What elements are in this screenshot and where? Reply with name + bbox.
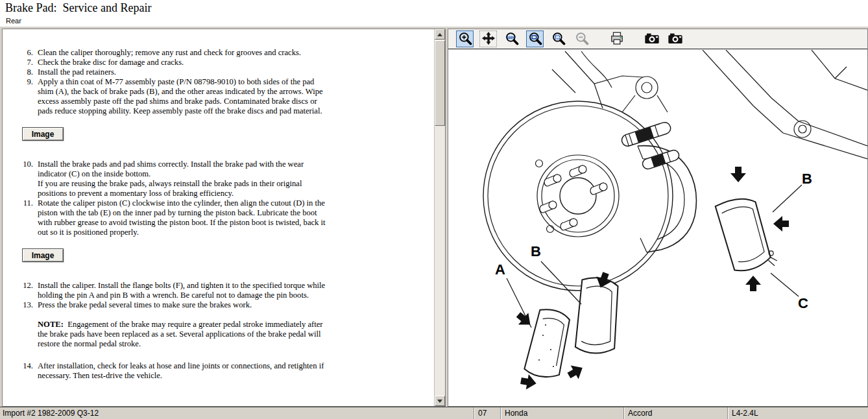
toolbar-zoom-in-button[interactable] [456, 30, 474, 47]
page-title: Brake Pad: Service and Repair [0, 0, 868, 15]
diagram-label-b-left: B [531, 243, 541, 259]
arrow-up-icon [437, 30, 442, 36]
step-text: Install the caliper. Install the flange … [38, 281, 331, 300]
step-number: 8. [22, 67, 38, 77]
graphic-viewer-panel: 100% [448, 29, 868, 407]
step-number: 6. [22, 48, 38, 58]
step-text: Apply a thin coat of M-77 assembly paste… [38, 77, 331, 116]
image-button-row: Image [22, 248, 434, 262]
zoom-fit-icon [528, 31, 542, 47]
step-text: Press the brake pedal several times to m… [38, 300, 331, 310]
image-button-row: Image [22, 127, 434, 141]
step-text: Install the brake pads and pad shims cor… [38, 160, 331, 198]
diagram-label-a: A [495, 261, 505, 278]
brake-assembly-diagram: A B B C [448, 50, 867, 407]
step-number: 10. [22, 160, 38, 198]
step-text: Clean the caliper thoroughly; remove any… [38, 48, 331, 58]
step-text: Check the brake disc for damage and crac… [38, 58, 331, 67]
instruction-step: 13.Press the brake pedal several times t… [22, 300, 434, 310]
step-number: 13. [22, 300, 38, 310]
toolbar-zoom-100-button[interactable]: 100% [503, 30, 520, 47]
viewer-toolbar: 100% [448, 29, 867, 49]
instruction-step: 9.Apply a thin coat of M-77 assembly pas… [22, 77, 434, 116]
toolbar-camera-1-button[interactable] [643, 30, 660, 47]
scroll-down-button[interactable] [435, 396, 445, 406]
diagram-label-c: C [798, 295, 808, 311]
scrollbar-thumb[interactable] [435, 40, 445, 126]
status-model: Accord [623, 407, 727, 419]
diagram-label-b-right: B [802, 171, 812, 187]
arrow-down-icon [437, 400, 442, 405]
instruction-step: 10.Install the brake pads and pad shims … [22, 160, 434, 198]
step-number: 12. [22, 281, 38, 300]
step-number: 14. [22, 361, 38, 381]
diagram-canvas[interactable]: A B B C [448, 50, 867, 406]
step-text: Rotate the caliper piston (C) clockwise … [38, 198, 331, 237]
image-button[interactable]: Image [22, 127, 64, 141]
instruction-step: 12.Install the caliper. Install the flan… [22, 281, 434, 300]
scroll-up-button[interactable] [435, 29, 445, 40]
step-text: After installation, check for leaks at h… [38, 361, 331, 381]
toolbar-pan-button[interactable] [479, 30, 497, 47]
zoom-in-icon [458, 31, 472, 47]
toolbar-zoom-fit-button[interactable] [526, 30, 544, 47]
instruction-step: 8.Install the pad retainers. [22, 67, 434, 77]
svg-text:100%: 100% [506, 35, 515, 39]
page-subtitle: Rear [0, 15, 868, 25]
instruction-list: 6.Clean the caliper thoroughly; remove a… [3, 29, 434, 406]
status-document-info: Import #2 1982-2009 Q3-12 [0, 407, 474, 419]
toolbar-zoom-out-button[interactable] [573, 30, 590, 47]
step-number: 11. [22, 198, 38, 237]
instructions-panel: 6.Clean the caliper thoroughly; remove a… [2, 29, 446, 407]
pan-icon [481, 31, 496, 47]
zoom-100-icon: 100% [505, 31, 519, 47]
vertical-scrollbar[interactable] [434, 29, 445, 406]
toolbar-print-button[interactable] [608, 30, 625, 47]
toolbar-camera-2-button[interactable] [666, 30, 684, 47]
print-icon [610, 31, 624, 47]
zoom-window-icon [551, 31, 566, 47]
instruction-step: 11.Rotate the caliper piston (C) clockwi… [22, 198, 434, 237]
camera-1-icon [644, 31, 660, 47]
status-year: 07 [474, 407, 500, 419]
note-paragraph: NOTE: Engagement of the brake may requir… [22, 320, 434, 349]
document-header: Brake Pad: Service and Repair Rear [0, 0, 868, 27]
status-engine: L4-2.4L [727, 407, 868, 419]
step-text: Install the pad retainers. [38, 67, 331, 77]
instruction-step: 14.After installation, check for leaks a… [22, 361, 434, 381]
step-number: 9. [22, 77, 38, 116]
toolbar-zoom-window-button[interactable] [549, 30, 567, 47]
status-make: Honda [500, 407, 623, 419]
step-text: NOTE: Engagement of the brake may requir… [38, 320, 331, 349]
instruction-step: 7.Check the brake disc for damage and cr… [22, 58, 434, 67]
image-button[interactable]: Image [22, 248, 64, 262]
status-bar: Import #2 1982-2009 Q3-12 07 Honda Accor… [0, 407, 868, 419]
zoom-out-icon [575, 31, 589, 47]
camera-2-icon [668, 31, 683, 47]
instruction-step: 6.Clean the caliper thoroughly; remove a… [22, 48, 434, 58]
step-number: 7. [22, 58, 38, 67]
